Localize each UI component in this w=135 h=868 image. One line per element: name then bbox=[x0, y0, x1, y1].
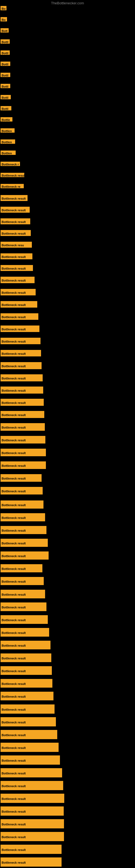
bottleneck-result-item: Bottleneck result bbox=[1, 832, 64, 841]
bottleneck-result-item: Bottleneck result bbox=[1, 207, 30, 213]
bottleneck-result-item: Bottleneck result bbox=[1, 374, 43, 381]
bottleneck-result-item: Bottleneck resul bbox=[1, 173, 24, 177]
bottleneck-result-item: Bottleneck result bbox=[1, 513, 45, 521]
bottleneck-result-item: Bottlen bbox=[1, 128, 14, 133]
bottleneck-result-item: Bottleneck result bbox=[1, 845, 61, 854]
bottleneck-result-item: Bottleneck result bbox=[1, 500, 43, 508]
bottleneck-result-item: Bottlen bbox=[1, 140, 15, 144]
bottleneck-result-item: Bottleneck result bbox=[1, 564, 42, 572]
bottleneck-result-item: Bottleneck result bbox=[1, 781, 63, 790]
bottleneck-result-item: Bottleneck result bbox=[1, 326, 39, 332]
bottleneck-result-item: Bottleneck result bbox=[1, 423, 45, 431]
bottleneck-result-item: Bottleneck result bbox=[1, 265, 33, 271]
bottleneck-result-item: Bott bbox=[1, 28, 9, 33]
bottleneck-result-item: Bottl bbox=[1, 84, 10, 88]
bottleneck-result-item: Bo bbox=[1, 17, 7, 22]
bottleneck-result-item: Bottleneck result bbox=[1, 819, 64, 828]
bottleneck-result-item: Bottleneck result bbox=[1, 666, 52, 675]
bottleneck-result-item: Bottleneck result bbox=[1, 487, 43, 495]
bottleneck-result-item: Bottleneck resu bbox=[1, 242, 32, 248]
site-title: TheBottlenecker.com bbox=[51, 1, 84, 5]
bottleneck-result-item: Bottleneck result bbox=[1, 858, 61, 867]
bottleneck-result-item: Bottleneck result bbox=[1, 794, 64, 803]
bottleneck-result-item: Bottleneck result bbox=[1, 411, 44, 418]
bottleneck-result-item: Bottleneck result bbox=[1, 301, 37, 308]
bottleneck-result-item: Bottleneck result bbox=[1, 386, 43, 394]
bottleneck-result-item: Bottl bbox=[1, 62, 10, 66]
bottleneck-result-item: Bottleneck result bbox=[1, 743, 58, 752]
bottleneck-result-item: Bottleneck result bbox=[1, 653, 51, 662]
bottleneck-result-item: Bottleneck result bbox=[1, 289, 36, 296]
bottleneck-result-item: Bottleneck result bbox=[1, 230, 31, 236]
bottleneck-result-item: Bottleneck result bbox=[1, 692, 53, 701]
bottleneck-result-item: Bottleneck result bbox=[1, 195, 28, 201]
bottleneck-result-item: Bottleneck result bbox=[1, 448, 46, 456]
bottleneck-result-item: Bottleneck re bbox=[1, 184, 24, 188]
bottleneck-result-item: Bottleneck result bbox=[1, 362, 42, 369]
bottleneck-result-item: Bottleneck result bbox=[1, 717, 56, 726]
bottleneck-result-item: Bottleneck result bbox=[1, 338, 41, 344]
bottleneck-result-item: Bottleneck result bbox=[1, 615, 48, 624]
bottleneck-result-item: Bottleneck result bbox=[1, 436, 45, 443]
bottleneck-result-item: Bottleneck result bbox=[1, 526, 46, 534]
bottleneck-result-item: Bottl bbox=[1, 51, 10, 55]
bottleneck-result-item: Bottleneck result bbox=[1, 313, 38, 320]
bottleneck-result-item: Bottle bbox=[1, 117, 12, 122]
bottleneck-result-item: Bottleneck result bbox=[1, 277, 35, 283]
bottleneck-result-item: Bottleneck result bbox=[1, 461, 46, 469]
bottleneck-result-item: Bottleneck result bbox=[1, 602, 46, 611]
bottleneck-result-item: Bottl bbox=[1, 73, 10, 77]
bottleneck-result-item: Bottl bbox=[1, 106, 11, 111]
bottleneck-result-item: Bottleneck result bbox=[1, 806, 64, 816]
bottleneck-result-item: Bottleneck result bbox=[1, 539, 48, 547]
bottleneck-result-item: Bottleneck result bbox=[1, 350, 41, 356]
bottleneck-result-item: Bottl bbox=[1, 95, 11, 99]
bottleneck-result-item: Bottleneck result bbox=[1, 577, 44, 585]
bottleneck-result-item: Bottleneck result bbox=[1, 552, 49, 560]
bottleneck-result-item: Bottleneck result bbox=[1, 399, 44, 406]
bottleneck-result-item: Bottleneck result bbox=[1, 590, 45, 598]
bottleneck-result-item: Bo bbox=[1, 6, 6, 10]
bottleneck-result-item: Bottl bbox=[1, 39, 10, 44]
bottleneck-result-item: Bottleneck result bbox=[1, 768, 62, 777]
bottleneck-result-item: Bottleneck result bbox=[1, 730, 57, 739]
bottleneck-result-item: Bottleneck result bbox=[1, 755, 60, 765]
bottleneck-result-item: Bottleneck result bbox=[1, 218, 30, 224]
bottleneck-result-item: Bottleneck result bbox=[1, 628, 49, 637]
bottleneck-result-item: Bottleneck result bbox=[1, 679, 52, 688]
bottleneck-result-item: Bottlen bbox=[1, 151, 16, 155]
bottleneck-result-item: Bottleneck result bbox=[1, 253, 32, 259]
bottleneck-result-item: Bottleneck result bbox=[1, 705, 54, 714]
bottleneck-result-item: Bottleneck result bbox=[1, 641, 50, 649]
bottleneck-result-item: Bottleneck result bbox=[1, 474, 42, 482]
bottleneck-result-item: Bottleneck r bbox=[1, 162, 20, 166]
